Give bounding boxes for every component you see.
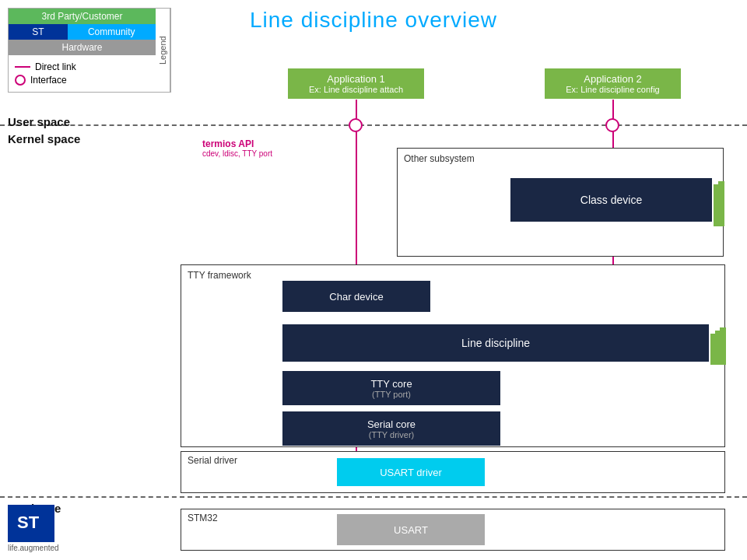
other-subsystem-box: Other subsystem Class device: [397, 148, 724, 257]
app1-sub: Ex: Line discipline attach: [296, 85, 416, 94]
termios-api-text: termios API: [202, 138, 272, 149]
st-logo-icon: ST: [16, 509, 47, 533]
app2-interface-circle: [605, 118, 619, 132]
class-device-box: Class device: [510, 178, 712, 222]
legend-third-party: 3rd Party/Customer: [9, 9, 156, 24]
app1-interface-circle: [349, 118, 363, 132]
termios-sub-text: cdev, ldisc, TTY port: [202, 149, 272, 158]
tty-green-accent-3: [710, 334, 717, 365]
st-logo-box: ST: [8, 505, 54, 542]
st-logo-tagline: life.augmented: [8, 544, 59, 552]
tty-core-sub: (TTY port): [372, 390, 411, 399]
tty-core-box: TTY core (TTY port): [282, 371, 500, 405]
char-device-box: Char device: [282, 281, 430, 312]
legend-box: 3rd Party/Customer ST Community Hardware…: [8, 8, 171, 93]
application2-box: Application 2 Ex: Line discipline config: [545, 68, 681, 99]
legend-st: ST: [9, 24, 68, 40]
legend-vertical-label: Legend: [156, 9, 170, 92]
tty-framework-box: TTY framework Char device Line disciplin…: [181, 264, 725, 447]
app2-title: Application 2: [552, 73, 673, 85]
other-subsystem-label: Other subsystem: [398, 149, 723, 169]
user-space-label: User space: [8, 115, 70, 128]
stm32-row: STM32 USART: [181, 509, 725, 551]
usart-driver-box: USART driver: [337, 458, 485, 486]
application1-box: Application 1 Ex: Line discipline attach: [288, 68, 424, 99]
hardware-divider: [0, 496, 747, 498]
user-space-divider: [0, 124, 747, 126]
serial-core-sub: (TTY driver): [369, 430, 414, 439]
direct-link-icon: [15, 66, 30, 68]
termios-label: termios API cdev, ldisc, TTY port: [202, 138, 272, 158]
legend-hardware-label: Hardware: [9, 40, 156, 55]
serial-core-box: Serial core (TTY driver): [282, 411, 500, 446]
svg-text:ST: ST: [17, 513, 40, 532]
interface-icon: [15, 75, 26, 86]
usart-box: USART: [337, 514, 485, 545]
interface-label: Interface: [30, 75, 67, 86]
kernel-space-label: Kernel space: [8, 132, 80, 145]
st-logo: ST life.augmented: [8, 505, 59, 552]
tty-core-label: TTY core: [370, 378, 412, 390]
app1-title: Application 1: [296, 73, 416, 85]
line-discipline-box: Line discipline: [282, 324, 709, 362]
legend-community: Community: [68, 24, 156, 40]
serial-driver-box: Serial driver USART driver: [181, 451, 725, 493]
tty-framework-label: TTY framework: [181, 265, 724, 285]
serial-core-label: Serial core: [367, 418, 416, 430]
direct-link-label: Direct link: [35, 61, 76, 72]
green-accent-2: [714, 184, 720, 226]
app2-sub: Ex: Line discipline config: [552, 85, 673, 94]
